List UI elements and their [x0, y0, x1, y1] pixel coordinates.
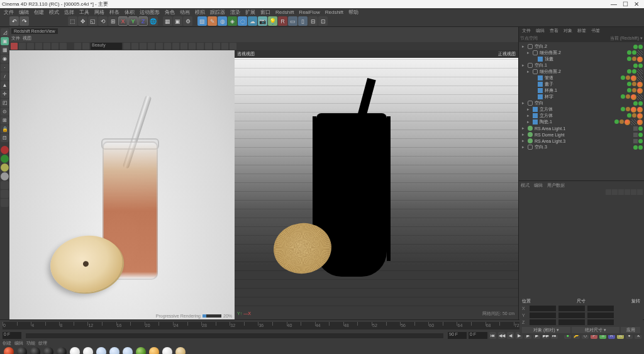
tag-dot-g[interactable] [627, 57, 631, 61]
rv-bucket-icon[interactable] [60, 43, 67, 50]
rv-render-icon[interactable] [11, 43, 18, 50]
rv-mat-icon[interactable] [230, 43, 236, 50]
tag-dot-a[interactable] [632, 88, 636, 92]
menu-RealFlow[interactable]: RealFlow [299, 9, 319, 15]
menu-帮助[interactable]: 帮助 [348, 9, 358, 16]
obj-tab-查看[interactable]: 查看 [548, 28, 560, 34]
render-region-icon[interactable]: ▦ [163, 16, 172, 26]
rv-ipr-icon[interactable] [19, 43, 26, 50]
minimize-button[interactable]: — [608, 1, 619, 8]
rot-b-field[interactable] [587, 319, 614, 325]
viewport-solo-icon[interactable]: ◰ [1, 99, 9, 107]
rs-material-red-icon[interactable] [1, 146, 9, 154]
rv-hud-icon[interactable] [43, 43, 50, 50]
size-z-field[interactable] [558, 319, 585, 325]
tag-sq[interactable] [633, 139, 638, 143]
tree-row[interactable]: ▸空白.2 [520, 43, 643, 50]
tag-sq[interactable] [633, 133, 638, 137]
nodespace-dropdown[interactable]: 当前 (Redshift) ▾ [610, 35, 643, 41]
attr-home-icon[interactable] [625, 189, 630, 195]
redshift-menu-icon[interactable]: R [278, 16, 287, 26]
tree-row[interactable]: ▸立方体 [520, 113, 643, 119]
material-swatch[interactable]: RS Mate [55, 347, 68, 354]
rv-view-menu[interactable]: 视图 [23, 35, 31, 41]
rv-fit-icon[interactable] [164, 43, 171, 50]
edge-mode-icon[interactable]: / [1, 72, 9, 80]
menu-运动图形[interactable]: 运动图形 [140, 9, 160, 16]
material-swatch[interactable]: RS Mate [108, 347, 121, 354]
obj-tab-对象[interactable]: 对象 [562, 28, 574, 34]
rv-snap-icon[interactable] [221, 43, 228, 50]
tag-dot-a[interactable] [632, 57, 636, 61]
coord-size-dropdown[interactable]: 绝对尺寸 ▾ [572, 327, 620, 333]
rv-arrow-icon[interactable] [180, 43, 187, 50]
tree-row[interactable]: 杯身.1 [520, 87, 643, 94]
tree-row[interactable]: ▸RS Dome Light [520, 131, 643, 138]
tag-grid[interactable] [631, 119, 636, 125]
menu-Redshift[interactable]: Redshift [325, 9, 343, 15]
rv-region-icon[interactable] [27, 43, 34, 50]
tag-dot-a[interactable] [626, 107, 630, 111]
tag-red-ball[interactable] [637, 119, 643, 125]
rv-snapshot-icon[interactable] [35, 43, 42, 50]
pos-y-field[interactable] [530, 313, 556, 318]
locked-workplane-icon[interactable]: 🔒 [1, 125, 9, 133]
menu-扩展[interactable]: 扩展 [245, 9, 255, 16]
tag-grid[interactable] [637, 94, 643, 100]
tree-row[interactable]: 顶盖 [520, 56, 643, 62]
tree-row[interactable]: ▸空白 [520, 100, 643, 106]
tag-dot-g[interactable] [627, 82, 631, 86]
size-y-field[interactable] [558, 313, 585, 318]
rotate-icon[interactable]: ⟲ [98, 16, 108, 26]
tag-grid[interactable] [637, 69, 643, 75]
rv-lock-icon[interactable] [74, 43, 81, 50]
add-volume-icon[interactable]: ▭ [288, 16, 297, 26]
rv-save-icon[interactable] [213, 43, 220, 50]
attr-nav-up-icon[interactable] [618, 189, 624, 195]
tag-red-ball[interactable] [637, 113, 643, 119]
tag-dot-g[interactable] [627, 50, 631, 55]
timeline-range-slider[interactable] [26, 333, 443, 338]
menu-角色[interactable]: 角色 [165, 9, 175, 16]
mat-menu-功能[interactable]: 功能 [26, 340, 35, 346]
add-spline-icon[interactable]: ✎ [208, 16, 217, 26]
tree-row[interactable]: ▸细分曲面.2 [520, 50, 643, 56]
rv-file-menu[interactable]: 文件 [11, 35, 20, 41]
menu-动画[interactable]: 动画 [180, 9, 190, 16]
tag-dot-g[interactable] [632, 50, 636, 55]
content-browser-icon[interactable]: ⊡ [318, 16, 328, 26]
rs-tool-3-icon[interactable] [1, 199, 9, 207]
tag-red-ball[interactable] [631, 107, 636, 113]
tag-dot-a[interactable] [632, 113, 636, 118]
rv-history-icon[interactable] [205, 43, 212, 50]
rv-filter-icon[interactable] [123, 43, 130, 50]
timeline-end-field[interactable]: 90 F [448, 332, 467, 339]
mat-menu-纹理[interactable]: 纹理 [38, 340, 47, 346]
tree-row[interactable]: ▸空白.3 [520, 144, 643, 150]
tag-dot-g[interactable] [621, 75, 625, 80]
tag-red-ball[interactable] [637, 88, 643, 94]
rv-oiio-icon[interactable] [148, 43, 155, 50]
material-swatch[interactable]: RS Mate [148, 347, 160, 354]
attr-lock-icon[interactable] [631, 189, 636, 195]
add-environment-icon[interactable]: ☁ [248, 16, 257, 26]
live-select-icon[interactable]: ⬚ [68, 16, 77, 26]
tag-dot-g[interactable] [638, 45, 643, 49]
rv-pan-icon[interactable] [172, 43, 179, 50]
tag-sq[interactable] [633, 126, 638, 131]
tag-dot-a[interactable] [626, 75, 630, 80]
tag-dot-g[interactable] [638, 126, 643, 131]
model-mode-icon[interactable]: ▣ [1, 37, 9, 45]
attr-tab-用户数据[interactable]: 用户数据 [547, 182, 565, 189]
tag-dot-g[interactable] [633, 64, 638, 68]
menu-创建[interactable]: 创建 [34, 9, 44, 16]
attr-tab-模式[interactable]: 模式 [521, 182, 530, 189]
texture-mode-icon[interactable]: ▦ [1, 46, 9, 54]
coord-apply-button[interactable]: 应用 [621, 327, 640, 333]
add-mograph-icon[interactable]: ⊟ [308, 16, 318, 26]
menu-模式[interactable]: 模式 [49, 9, 59, 16]
tag-grid[interactable] [637, 50, 643, 56]
tag-red-ball[interactable] [637, 82, 643, 87]
menu-编辑[interactable]: 编辑 [19, 9, 29, 16]
tag-dot-g[interactable] [633, 145, 638, 150]
